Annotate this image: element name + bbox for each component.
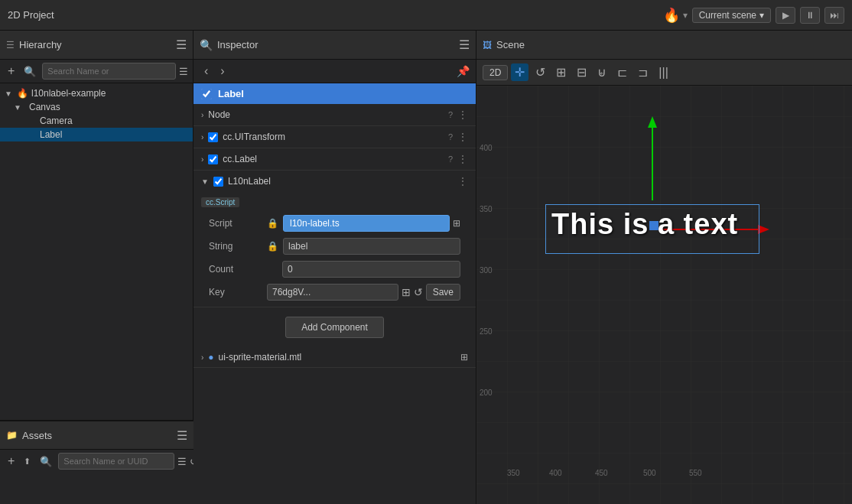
scene-pivot-left-tool[interactable]: ⊏ <box>613 63 631 81</box>
left-column: ☰ Hierarchy ☰ + 🔍 ☰ ▼ 🔥 l10nlabel-exampl… <box>0 31 193 504</box>
inspector-menu-btn[interactable]: ☰ <box>459 37 470 52</box>
cclabel-menu-btn[interactable]: ⋮ <box>457 153 468 165</box>
tree-item-camera[interactable]: Camera <box>0 114 193 128</box>
svg-rect-0 <box>476 86 852 504</box>
bottom-comp-header[interactable]: › ● ui-sprite-material.mtl ⊞ <box>193 347 476 367</box>
script-browse-btn[interactable]: ⊞ <box>453 218 460 229</box>
play-button[interactable]: ▶ <box>776 7 795 24</box>
scene-scale-tool[interactable]: ⊞ <box>552 63 570 81</box>
uitransform-enabled-checkbox[interactable] <box>208 132 218 142</box>
scene-text-object[interactable]: This is a text <box>551 208 738 241</box>
cclabel-section-header[interactable]: › cc.Label ? ⋮ <box>193 148 476 170</box>
scene-chevron: ▾ <box>759 10 764 21</box>
scene-move-tool[interactable]: ✛ <box>511 63 528 81</box>
node-help-btn[interactable]: ? <box>448 110 453 119</box>
count-prop-row: Count <box>201 258 468 281</box>
l10nlabel-body: cc.Script Script 🔒 l10n-label.ts ⊞ Strin… <box>193 192 476 307</box>
inspector-pin-btn[interactable]: 📌 <box>457 65 470 77</box>
svg-marker-2 <box>648 116 657 128</box>
hierarchy-add-btn[interactable]: + <box>5 63 18 80</box>
add-component-btn[interactable]: Add Component <box>285 317 384 338</box>
fire-icon[interactable]: 🔥 <box>663 7 680 24</box>
scene-grid-svg: 350 400 450 500 550 400 350 300 250 200 <box>476 86 852 504</box>
assets-folder-icon: 📁 <box>6 430 18 441</box>
y-label-250: 250 <box>480 327 493 336</box>
hierarchy-search-icon[interactable]: 🔍 <box>21 64 39 79</box>
bottom-comp-name: ui-sprite-material.mtl <box>219 352 456 363</box>
scene-rect-tool[interactable]: ⊟ <box>573 63 590 81</box>
svg-marker-4 <box>758 225 769 234</box>
l10nlabel-name: L10nLabel <box>228 176 453 187</box>
l10nlabel-arrow: ▼ <box>201 177 209 186</box>
scene-panel: 🖼 Scene 2D ✛ ↺ ⊞ ⊟ ⊌ ⊏ ⊐ ||| <box>476 31 852 504</box>
hierarchy-list-btn[interactable]: ☰ <box>179 66 188 77</box>
key-save-btn[interactable]: Save <box>426 284 460 301</box>
assets-menu-btn[interactable]: ☰ <box>177 428 187 443</box>
assets-list-view-btn[interactable]: ☰ <box>177 456 187 467</box>
string-lock-icon: 🔒 <box>267 241 278 252</box>
hierarchy-panel: ☰ Hierarchy ☰ + 🔍 ☰ ▼ 🔥 l10nlabel-exampl… <box>0 31 193 420</box>
cclabel-section: › cc.Label ? ⋮ <box>193 148 476 171</box>
scene-header: 🖼 Scene <box>476 31 852 60</box>
hierarchy-menu-btn[interactable]: ☰ <box>176 37 187 52</box>
tree-item-l10nlabel[interactable]: ▼ 🔥 l10nlabel-example <box>0 86 193 100</box>
scene-gizmo-tool[interactable]: ||| <box>655 64 672 81</box>
assets-add-btn[interactable]: + <box>5 453 18 470</box>
assets-search-icon-btn[interactable]: 🔍 <box>37 454 55 469</box>
script-label: Script <box>209 218 262 229</box>
tree-item-label[interactable]: Label <box>0 128 193 141</box>
cclabel-name: cc.Label <box>223 154 444 164</box>
scene-tab-label[interactable]: Scene <box>496 39 525 50</box>
hierarchy-search-input[interactable] <box>42 63 176 80</box>
fire-icon: 🔥 <box>17 88 28 99</box>
inspector-back-btn[interactable]: ‹ <box>200 63 213 80</box>
y-axis-arrow <box>641 116 664 208</box>
scene-anchor-tool[interactable]: ⊌ <box>593 63 610 81</box>
y-label-200: 200 <box>480 389 493 397</box>
assets-up-btn[interactable]: ⬆ <box>21 455 34 468</box>
string-label: String <box>209 241 262 252</box>
script-file-value[interactable]: l10n-label.ts <box>283 215 450 232</box>
uitransform-section-header[interactable]: › cc.UITransform ? ⋮ <box>193 126 476 148</box>
scene-pivot-right-tool[interactable]: ⊐ <box>634 63 652 81</box>
hierarchy-header: ☰ Hierarchy ☰ <box>0 31 193 60</box>
cclabel-enabled-checkbox[interactable] <box>208 154 218 164</box>
count-input[interactable] <box>282 261 460 278</box>
uitransform-name: cc.UITransform <box>223 132 444 142</box>
scene-2d-btn[interactable]: 2D <box>483 65 508 80</box>
hierarchy-tree: ▼ 🔥 l10nlabel-example ▼ Canvas Camera <box>0 83 193 420</box>
cclabel-help-btn[interactable]: ? <box>448 154 453 164</box>
pause-button[interactable]: ⏸ <box>800 7 820 24</box>
tree-label: l10nlabel-example <box>31 88 106 99</box>
tree-label: Canvas <box>29 102 60 112</box>
string-input[interactable] <box>283 238 460 255</box>
scene-canvas[interactable]: 350 400 450 500 550 400 350 300 250 200 <box>476 86 852 504</box>
scene-selector[interactable]: Current scene ▾ <box>692 8 771 23</box>
node-section-header[interactable]: › Node ? ⋮ <box>193 104 476 125</box>
bottom-comp-arrow: › <box>201 353 203 362</box>
assets-title: Assets <box>22 430 52 441</box>
uitransform-help-btn[interactable]: ? <box>448 132 453 141</box>
key-input[interactable] <box>267 284 398 301</box>
l10nlabel-section-header[interactable]: ▼ L10nLabel ⋮ <box>193 171 476 192</box>
label-enabled-checkbox[interactable] <box>201 89 212 99</box>
x-label-450: 450 <box>595 469 608 477</box>
key-copy-btn[interactable]: ⊞ <box>402 286 411 298</box>
scene-rotate-tool[interactable]: ↺ <box>532 63 549 81</box>
tree-item-canvas[interactable]: ▼ Canvas <box>0 100 193 114</box>
y-label-400: 400 <box>480 144 493 152</box>
assets-search-input[interactable] <box>58 453 174 470</box>
l10nlabel-enabled-checkbox[interactable] <box>213 177 223 187</box>
node-menu-btn[interactable]: ⋮ <box>457 109 468 121</box>
label-component-title: Label <box>218 88 244 99</box>
string-prop-row: String 🔒 <box>201 235 468 258</box>
step-button[interactable]: ⏭ <box>824 7 844 24</box>
key-refresh-btn[interactable]: ↺ <box>414 286 423 298</box>
inspector-forward-btn[interactable]: › <box>216 63 229 80</box>
uitransform-menu-btn[interactable]: ⋮ <box>457 131 468 143</box>
bottom-comp-btn[interactable]: ⊞ <box>460 352 468 363</box>
dropdown-arrow[interactable]: ▾ <box>683 10 688 21</box>
y-label-300: 300 <box>480 266 493 275</box>
x-label-350: 350 <box>507 469 520 477</box>
l10nlabel-menu-btn[interactable]: ⋮ <box>457 175 468 187</box>
